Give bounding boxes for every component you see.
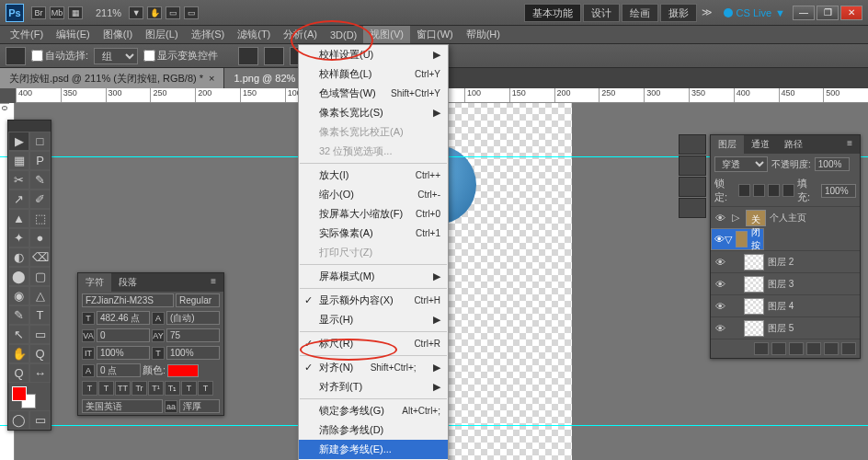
menu-item[interactable]: ✓显示额外内容(X)Ctrl+H: [299, 291, 448, 310]
tool-16[interactable]: ◉: [8, 286, 29, 305]
panel-menu-icon[interactable]: ≡: [203, 273, 223, 292]
channels-tab[interactable]: 通道: [744, 135, 777, 154]
tool-15[interactable]: ▢: [29, 267, 51, 286]
tool-14[interactable]: ⬤: [8, 267, 29, 286]
foreground-color-swatch[interactable]: [12, 386, 27, 401]
kerning-field[interactable]: [166, 328, 220, 342]
color-swatches[interactable]: [8, 383, 51, 410]
font-size-field[interactable]: [97, 311, 150, 325]
tool-0[interactable]: ▶: [8, 132, 29, 151]
strike-button[interactable]: T: [198, 381, 213, 396]
paths-tab[interactable]: 路径: [777, 135, 810, 154]
tool-13[interactable]: ⌫: [29, 247, 51, 267]
tool-8[interactable]: ▲: [8, 209, 29, 228]
menu-item[interactable]: 色域警告(W)Shift+Ctrl+Y: [299, 84, 448, 103]
opacity-field[interactable]: [815, 157, 850, 171]
tool-12[interactable]: ◐: [8, 247, 29, 267]
hscale-field[interactable]: [166, 346, 220, 360]
menu-item[interactable]: 校样颜色(L)Ctrl+Y: [299, 64, 448, 84]
new-layer-icon[interactable]: [824, 342, 839, 355]
menu-item[interactable]: 放大(I)Ctrl++: [299, 166, 448, 185]
tool-20[interactable]: ↖: [8, 325, 29, 344]
delete-layer-icon[interactable]: [841, 342, 856, 355]
menu-item[interactable]: 锁定参考线(G)Alt+Ctrl+;: [299, 401, 448, 420]
bridge-icon[interactable]: Br: [31, 6, 46, 19]
visibility-icon[interactable]: 👁: [711, 257, 729, 268]
layer-row[interactable]: 👁图层 3: [711, 272, 860, 294]
auto-select-checkbox[interactable]: 自动选择:: [31, 49, 88, 63]
auto-select-target[interactable]: 组: [94, 48, 138, 64]
visibility-icon[interactable]: 👁: [714, 234, 725, 245]
blend-mode-select[interactable]: 穿透: [714, 156, 768, 172]
fill-field[interactable]: [821, 184, 856, 198]
baseline-field[interactable]: [97, 363, 141, 377]
tool-17[interactable]: △: [29, 286, 51, 305]
menu-layer[interactable]: 图层(L): [139, 26, 184, 43]
layer-thumbnail[interactable]: [744, 320, 764, 337]
tool-9[interactable]: ⬚: [29, 209, 51, 228]
menu-filter[interactable]: 滤镜(T): [231, 26, 277, 43]
minimize-button[interactable]: —: [793, 6, 815, 20]
menu-window[interactable]: 窗口(W): [410, 26, 460, 43]
bold-button[interactable]: T: [82, 381, 97, 396]
menu-edit[interactable]: 编辑(E): [50, 26, 97, 43]
menu-item[interactable]: 按屏幕大小缩放(F)Ctrl+0: [299, 204, 448, 224]
tool-7[interactable]: ✐: [29, 190, 51, 209]
leading-field[interactable]: [166, 311, 220, 325]
tool-4[interactable]: ✂: [8, 170, 29, 190]
tool-3[interactable]: P: [29, 151, 51, 170]
zoom-dropdown-icon[interactable]: ▼: [129, 6, 143, 19]
panel-menu-icon[interactable]: ≡: [839, 135, 860, 154]
layer-thumbnail[interactable]: [744, 254, 764, 270]
visibility-icon[interactable]: 👁: [711, 301, 729, 312]
menu-3d[interactable]: 3D(D): [324, 28, 363, 42]
menu-item[interactable]: ✓对齐(N)Shift+Ctrl+;▶: [299, 358, 448, 377]
workspace-tab-basic[interactable]: 基本功能: [524, 4, 581, 22]
collapsed-panel-icon[interactable]: [679, 155, 706, 176]
maximize-button[interactable]: ❐: [817, 6, 839, 20]
more-icon[interactable]: ≫: [702, 6, 713, 18]
menu-item[interactable]: 新建参考线(E)...: [299, 440, 448, 459]
tool-10[interactable]: ✦: [8, 228, 29, 247]
tool-2[interactable]: ▦: [8, 151, 29, 170]
document-tab[interactable]: 关闭按钮.psd @ 211% (关闭按钮, RGB/8) *×: [0, 68, 224, 88]
lock-transparency-icon[interactable]: [738, 184, 750, 197]
layer-row[interactable]: 👁图层 5: [711, 316, 860, 339]
close-tab-icon[interactable]: ×: [209, 73, 214, 84]
layer-thumbnail[interactable]: [736, 231, 748, 247]
lock-pixels-icon[interactable]: [753, 184, 765, 197]
menu-item[interactable]: 显示(H)▶: [299, 310, 448, 329]
tool-24[interactable]: Q: [8, 363, 29, 383]
tool-21[interactable]: ▭: [29, 325, 51, 344]
workspace-tab-design[interactable]: 设计: [583, 4, 620, 22]
menu-select[interactable]: 选择(S): [185, 26, 232, 43]
layers-tab[interactable]: 图层: [711, 135, 744, 154]
smallcaps-button[interactable]: Tr: [131, 381, 147, 396]
vscale-field[interactable]: [97, 346, 150, 360]
tool-11[interactable]: ●: [29, 228, 51, 247]
move-tool-icon[interactable]: [6, 47, 26, 65]
text-color-swatch[interactable]: [167, 364, 199, 377]
tracking-field[interactable]: [97, 328, 150, 342]
zoom-level[interactable]: 211%: [96, 7, 121, 18]
panel-header[interactable]: [8, 121, 51, 132]
visibility-icon[interactable]: 👁: [711, 213, 729, 224]
layer-thumbnail[interactable]: [744, 298, 764, 315]
menu-item[interactable]: 实际像素(A)Ctrl+1: [299, 224, 448, 243]
language-field[interactable]: [82, 399, 163, 413]
layer-row[interactable]: 👁▽关闭按钮: [711, 228, 764, 250]
menu-item[interactable]: 缩小(O)Ctrl+-: [299, 185, 448, 204]
menu-file[interactable]: 文件(F): [4, 26, 50, 43]
new-group-icon[interactable]: [806, 342, 821, 355]
menu-item[interactable]: 屏幕模式(M)▶: [299, 267, 448, 286]
menu-item[interactable]: ✓标尺(R)Ctrl+R: [299, 334, 448, 353]
menu-help[interactable]: 帮助(H): [460, 26, 507, 43]
font-style-field[interactable]: [176, 293, 220, 307]
align-icon-2[interactable]: [264, 47, 284, 65]
tool-6[interactable]: ↗: [8, 190, 29, 209]
minibridge-icon[interactable]: Mb: [50, 6, 64, 19]
tool-18[interactable]: ✎: [8, 305, 29, 325]
layer-style-icon[interactable]: [771, 342, 786, 355]
screen-mode-icon[interactable]: ▭: [184, 6, 199, 19]
collapsed-panel-icon[interactable]: [679, 198, 706, 218]
